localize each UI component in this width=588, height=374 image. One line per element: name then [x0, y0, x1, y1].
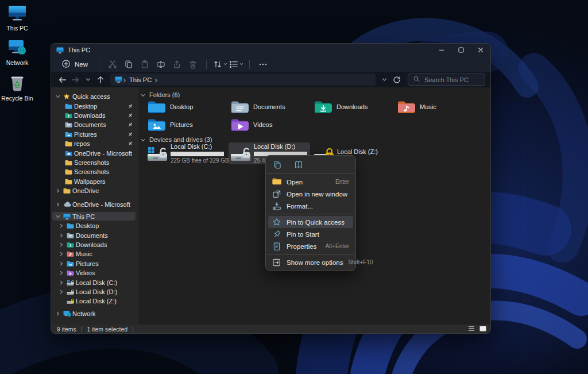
search-icon	[413, 75, 420, 85]
copy-button[interactable]	[121, 58, 137, 71]
chevron-right-icon[interactable]	[59, 290, 64, 294]
folder-tile-videos[interactable]: Videos	[229, 117, 312, 133]
sidebar-item-videos[interactable]: Videos	[51, 268, 138, 277]
minimize-button[interactable]	[432, 44, 451, 56]
sidebar-item-documents[interactable]: Documents	[51, 230, 138, 240]
sidebar-item-this-pc[interactable]: This PC	[51, 212, 138, 221]
rename-button[interactable]	[153, 58, 169, 71]
copy-icon[interactable]	[273, 160, 282, 169]
maximize-button[interactable]	[451, 44, 471, 56]
desktop-icon-network[interactable]: Network	[0, 39, 34, 66]
sidebar-item-label: Documents	[76, 232, 108, 239]
menu-item-format-[interactable]: Format...	[268, 200, 353, 212]
delete-button[interactable]	[185, 58, 201, 71]
menu-item-open-in-new-window[interactable]: Open in new window	[268, 188, 353, 200]
chevron-down-icon[interactable]	[56, 214, 60, 219]
sidebar-item-music[interactable]: Music	[51, 249, 138, 259]
sidebar-item-downloads[interactable]: Downloads	[51, 111, 138, 120]
folder-tile-pictures[interactable]: Pictures	[146, 117, 229, 133]
sidebar-item-onedrive-microsoft[interactable]: OneDrive - Microsoft	[51, 148, 138, 157]
chevron-right-icon[interactable]	[59, 271, 64, 275]
sidebar-item-onedrive-microsoft[interactable]: OneDrive - Microsoft	[51, 200, 138, 209]
address-dropdown-button[interactable]	[378, 74, 390, 86]
pin-star-icon	[272, 218, 281, 227]
videos-folder-icon	[231, 118, 249, 135]
sidebar-item-screenshots[interactable]: Screenshots	[51, 158, 138, 167]
sidebar-item-documents[interactable]: Documents	[51, 120, 138, 129]
menu-item-pin-to-start[interactable]: Pin to Start	[268, 228, 353, 240]
forward-button[interactable]	[69, 74, 82, 86]
menu-item-show-more-options[interactable]: Show more optionsShift+F10	[268, 256, 353, 268]
folder-tile-music[interactable]: Music	[396, 99, 479, 115]
rename-icon	[156, 60, 165, 69]
menu-item-label: Format...	[287, 203, 349, 210]
sidebar-item-desktop[interactable]: Desktop	[51, 221, 138, 230]
menu-item-properties[interactable]: PropertiesAlt+Enter	[268, 240, 353, 252]
drive-label: Local Disk (Z:)	[337, 148, 378, 155]
see-more-button[interactable]	[255, 58, 271, 71]
chevron-right-icon[interactable]	[56, 311, 60, 316]
folder-tile-documents[interactable]: Documents	[229, 99, 312, 115]
paste-icon[interactable]	[294, 160, 303, 169]
search-input[interactable]	[424, 76, 480, 83]
sidebar-item-pictures[interactable]: Pictures	[51, 259, 138, 268]
breadcrumb-segment[interactable]: This PC	[129, 76, 152, 83]
menu-item-label: Properties	[287, 243, 320, 250]
menu-item-open[interactable]: OpenEnter	[268, 176, 353, 188]
recent-locations-button[interactable]	[82, 74, 94, 86]
capacity-bar	[171, 152, 224, 156]
sidebar-item-local-disk-z-[interactable]: Local Disk (Z:)	[51, 296, 138, 306]
sidebar-item-label: Network	[72, 310, 95, 317]
up-button[interactable]	[94, 74, 107, 86]
onedrive-folder-icon	[65, 150, 72, 156]
refresh-button[interactable]	[390, 74, 403, 86]
breadcrumb[interactable]: This PC	[110, 74, 376, 86]
properties-icon	[272, 242, 281, 251]
share-button[interactable]	[169, 58, 185, 71]
sidebar-item-onedrive[interactable]: OneDrive	[51, 186, 138, 195]
folder-tile-desktop[interactable]: Desktop	[146, 99, 229, 115]
drive-tile-local-disk-c-[interactable]: Local Disk (C:)225 GB free of 329 GB	[145, 142, 227, 164]
chevron-right-icon[interactable]	[56, 202, 60, 207]
chevron-right-icon[interactable]	[59, 223, 64, 228]
sidebar-item-repos[interactable]: repos	[51, 139, 138, 148]
desktop-icon-this-pc[interactable]: This PC	[0, 5, 34, 32]
sidebar-item-local-disk-c-[interactable]: Local Disk (C:)	[51, 277, 138, 287]
sidebar-item-wallpapers[interactable]: Wallpapers	[51, 177, 138, 186]
view-button[interactable]	[228, 58, 244, 71]
toolbar-separator	[249, 60, 250, 69]
sidebar-item-quick-access[interactable]: Quick access	[51, 92, 138, 101]
cut-button[interactable]	[105, 58, 121, 71]
drive-c-icon	[67, 279, 75, 286]
chevron-right-icon[interactable]	[59, 280, 64, 285]
chevron-right-icon[interactable]	[59, 252, 64, 256]
sort-button[interactable]	[212, 58, 228, 71]
recycle-bin-icon	[7, 74, 27, 94]
details-view-button[interactable]	[467, 325, 475, 332]
close-button[interactable]	[471, 44, 490, 56]
chevron-down-icon[interactable]	[56, 94, 60, 99]
folder-tile-downloads[interactable]: Downloads	[312, 99, 396, 115]
chevron-right-icon[interactable]	[59, 242, 64, 247]
desktop-icon-recycle-bin[interactable]: Recycle Bin	[0, 74, 34, 102]
back-button[interactable]	[56, 74, 69, 86]
chevron-right-icon[interactable]	[59, 233, 64, 238]
sidebar-item-downloads[interactable]: Downloads	[51, 240, 138, 249]
chevron-right-icon[interactable]	[59, 261, 64, 266]
paste-button[interactable]	[137, 58, 153, 71]
chevron-right-icon[interactable]	[56, 188, 60, 193]
sidebar-item-local-disk-d-[interactable]: Local Disk (D:)	[51, 287, 138, 296]
search-box[interactable]	[408, 74, 485, 86]
folders-group-header[interactable]: Folders (6)	[141, 90, 180, 100]
new-button[interactable]: New	[58, 57, 94, 71]
sidebar-item-desktop[interactable]: Desktop	[51, 101, 138, 110]
sidebar-item-label: Local Disk (C:)	[76, 279, 117, 286]
address-bar-row: This PC	[51, 72, 490, 87]
large-icons-view-button[interactable]	[479, 325, 487, 332]
desktop-folder-icon	[148, 100, 166, 117]
sidebar-item-pictures[interactable]: Pictures	[51, 130, 138, 139]
sidebar-item-network[interactable]: Network	[51, 309, 138, 318]
menu-item-pin-to-quick-access[interactable]: Pin to Quick access	[268, 216, 353, 228]
status-bar: 9 items | 1 item selected |	[51, 325, 490, 333]
sidebar-item-screenshots[interactable]: Screenshots	[51, 167, 138, 176]
